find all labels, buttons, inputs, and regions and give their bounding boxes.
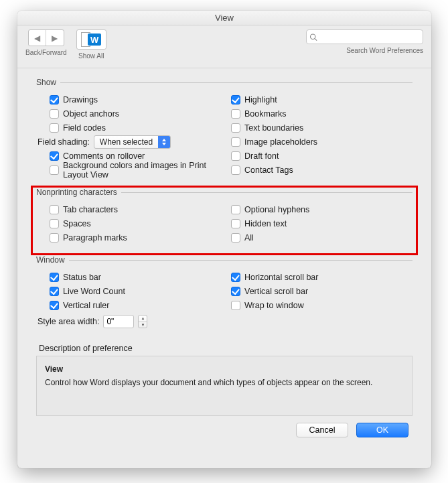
group-show-title: Show: [36, 78, 413, 87]
group-window: Window Status bar Live Word Count Vertic…: [36, 255, 413, 336]
toolbar: ◀ ▶ Back/Forward W Show All Search Word …: [17, 25, 431, 68]
label-field-codes: Field codes: [63, 123, 106, 133]
svg-point-0: [310, 34, 315, 39]
checkbox-live-word-count[interactable]: [50, 287, 59, 296]
checkbox-h-scroll-bar[interactable]: [231, 273, 240, 282]
checkbox-draft-font[interactable]: [231, 151, 240, 161]
label-status-bar: Status bar: [63, 273, 101, 282]
checkbox-hidden-text[interactable]: [231, 219, 240, 228]
checkbox-status-bar[interactable]: [50, 273, 59, 282]
description-title: View: [45, 363, 404, 375]
label-h-scroll-bar: Horizontal scroll bar: [244, 273, 318, 282]
label-vertical-ruler: Vertical ruler: [63, 301, 109, 310]
show-all-button[interactable]: W: [76, 29, 106, 50]
cancel-button[interactable]: Cancel: [296, 423, 348, 437]
show-all-label: Show All: [78, 52, 104, 60]
group-window-title: Window: [36, 255, 413, 265]
checkbox-tab-characters[interactable]: [50, 205, 59, 214]
description-heading: Description of preference: [39, 344, 413, 353]
group-show: Show Drawings Object anchors Field codes…: [36, 78, 413, 184]
label-text-boundaries: Text boundaries: [244, 123, 303, 133]
label-bookmarks: Bookmarks: [244, 109, 287, 119]
footer-buttons: Cancel OK: [36, 416, 413, 437]
checkbox-paragraph-marks[interactable]: [50, 233, 59, 243]
show-all-group: W Show All: [76, 29, 106, 60]
checkbox-bookmarks[interactable]: [231, 109, 240, 119]
field-shading-select[interactable]: When selected: [94, 135, 171, 149]
style-area-width-stepper[interactable]: ▲ ▼: [138, 315, 147, 328]
preferences-window: View ◀ ▶ Back/Forward W Show All Search …: [17, 11, 431, 468]
search-field[interactable]: [306, 29, 423, 44]
field-shading-value: When selected: [94, 137, 158, 147]
search-group: Search Word Preferences: [306, 29, 423, 54]
label-live-word-count: Live Word Count: [63, 287, 125, 296]
group-nonprinting: Nonprinting characters Tab characters Sp…: [36, 188, 413, 252]
label-highlight: Highlight: [244, 95, 277, 105]
label-bg-colors-images: Background colors and images in Print La…: [63, 161, 231, 180]
checkbox-contact-tags[interactable]: [231, 165, 240, 175]
back-button[interactable]: ◀: [29, 30, 46, 46]
ok-button[interactable]: OK: [356, 423, 408, 437]
checkbox-comments-rollover[interactable]: [50, 151, 59, 161]
checkbox-object-anchors[interactable]: [50, 109, 59, 119]
description-box: View Control how Word displays your docu…: [36, 356, 413, 416]
window-titlebar: View: [17, 11, 431, 25]
checkbox-highlight[interactable]: [231, 95, 240, 105]
label-spaces: Spaces: [63, 219, 91, 228]
checkbox-wrap-to-window[interactable]: [231, 301, 240, 310]
stepper-down-icon: ▼: [139, 322, 147, 328]
stepper-up-icon: ▲: [139, 316, 147, 322]
checkbox-field-codes[interactable]: [50, 123, 59, 133]
forward-button[interactable]: ▶: [46, 30, 64, 46]
style-area-width-input[interactable]: [103, 315, 134, 328]
checkbox-spaces[interactable]: [50, 219, 59, 228]
label-paragraph-marks: Paragraph marks: [63, 233, 127, 243]
description-body: Control how Word displays your document …: [45, 378, 372, 387]
highlight-nonprinting: Nonprinting characters Tab characters Sp…: [31, 186, 418, 255]
label-optional-hyphens: Optional hyphens: [244, 205, 309, 214]
search-label: Search Word Preferences: [346, 47, 423, 54]
label-drawings: Drawings: [63, 95, 98, 105]
checkbox-optional-hyphens[interactable]: [231, 205, 240, 214]
label-image-placeholders: Image placeholders: [244, 137, 317, 147]
back-forward-label: Back/Forward: [25, 49, 67, 56]
checkbox-bg-colors-images[interactable]: [50, 165, 59, 175]
label-object-anchors: Object anchors: [63, 109, 119, 119]
select-arrows-icon: [158, 136, 170, 148]
checkbox-image-placeholders[interactable]: [231, 137, 240, 147]
search-icon: [309, 33, 317, 42]
checkbox-text-boundaries[interactable]: [231, 123, 240, 133]
checkbox-drawings[interactable]: [50, 95, 59, 105]
word-icon: W: [88, 33, 101, 46]
label-v-scroll-bar: Vertical scroll bar: [244, 287, 308, 296]
checkbox-all[interactable]: [231, 233, 240, 243]
label-wrap-to-window: Wrap to window: [244, 301, 304, 310]
svg-line-1: [315, 38, 317, 40]
style-area-width-label: Style area width:: [38, 317, 99, 326]
window-title: View: [215, 13, 234, 23]
field-shading-label: Field shading:: [38, 137, 90, 147]
group-nonprinting-title: Nonprinting characters: [36, 188, 413, 197]
back-forward-group: ◀ ▶ Back/Forward: [25, 29, 67, 56]
label-hidden-text: Hidden text: [244, 219, 287, 228]
label-tab-characters: Tab characters: [63, 205, 118, 214]
label-all: All: [244, 233, 254, 243]
checkbox-v-scroll-bar[interactable]: [231, 287, 240, 296]
back-forward-control: ◀ ▶: [28, 29, 64, 46]
label-comments-rollover: Comments on rollover: [63, 151, 145, 161]
label-contact-tags: Contact Tags: [244, 165, 293, 175]
label-draft-font: Draft font: [244, 151, 279, 161]
checkbox-vertical-ruler[interactable]: [50, 301, 59, 310]
search-input[interactable]: [319, 31, 420, 42]
